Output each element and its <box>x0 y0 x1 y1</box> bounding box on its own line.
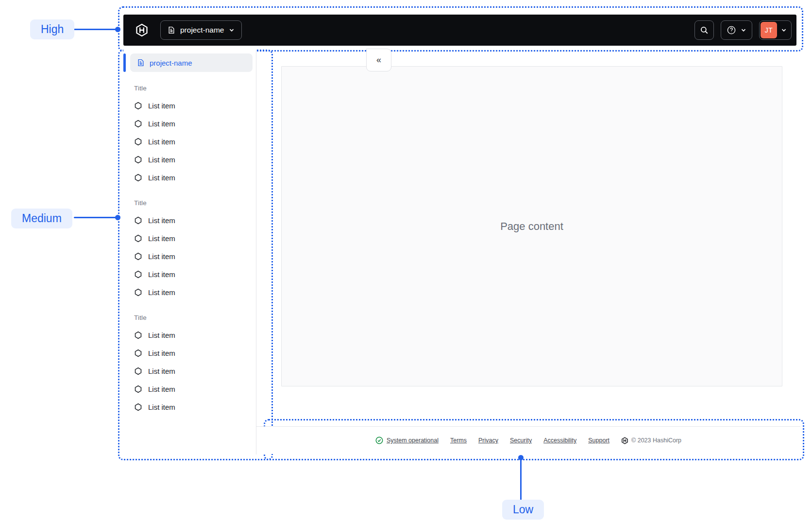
hashicorp-logo-icon <box>621 437 628 444</box>
system-status-link[interactable]: System operational <box>375 437 439 444</box>
sidebar-list-item[interactable]: List item <box>123 97 253 115</box>
sidebar-section-title: Title <box>134 314 253 321</box>
hexagon-icon <box>134 102 142 110</box>
sidebar-collapse-button[interactable]: « <box>366 49 391 71</box>
hexagon-icon <box>134 403 142 411</box>
document-icon <box>168 26 175 34</box>
footer: System operational Terms Privacy Securit… <box>256 426 800 454</box>
sidebar-section-list: List item List item List item List item … <box>123 211 253 301</box>
sidebar-item-label: List item <box>148 349 175 357</box>
hexagon-icon <box>134 234 142 243</box>
hexagon-icon <box>134 216 142 225</box>
sidebar-list-item[interactable]: List item <box>123 151 253 169</box>
footer-link-privacy[interactable]: Privacy <box>478 437 498 444</box>
sidebar-list-item[interactable]: List item <box>123 380 253 398</box>
project-switcher-label: project-name <box>180 26 224 35</box>
search-button[interactable] <box>694 20 714 40</box>
sidebar-item-label: List item <box>148 403 175 411</box>
sidebar-nav: Title List item List item List item List… <box>123 72 253 416</box>
sidebar: project-name « Title List item List item… <box>123 50 256 454</box>
sidebar-item-label: List item <box>148 270 175 279</box>
search-icon <box>700 26 709 35</box>
hexagon-icon <box>134 138 142 146</box>
user-avatar: JT <box>761 22 777 38</box>
copyright-text: © 2023 HashiCorp <box>631 437 681 444</box>
sidebar-item-label: List item <box>148 156 175 164</box>
sidebar-project-header[interactable]: project-name <box>130 53 253 72</box>
annotation-label-medium: Medium <box>11 209 72 228</box>
sidebar-list-item[interactable]: List item <box>123 229 253 247</box>
sidebar-list-item[interactable]: List item <box>123 283 253 301</box>
annotation-line-medium <box>74 217 116 218</box>
top-navbar: project-name JT <box>123 15 796 46</box>
sidebar-item-label: List item <box>148 252 175 261</box>
sidebar-item-label: List item <box>148 138 175 146</box>
sidebar-item-label: List item <box>148 331 175 339</box>
sidebar-list-item[interactable]: List item <box>123 362 253 380</box>
sidebar-item-label: List item <box>148 367 175 375</box>
annotation-dot-medium <box>115 215 120 220</box>
sidebar-item-label: List item <box>148 385 175 393</box>
sidebar-item-label: List item <box>148 174 175 182</box>
user-menu-button[interactable]: JT <box>759 20 792 40</box>
collapse-icon: « <box>376 55 381 65</box>
chevron-down-icon <box>229 27 235 33</box>
hexagon-icon <box>134 385 142 393</box>
annotation-label-low: Low <box>502 500 544 520</box>
hexagon-icon <box>134 270 142 279</box>
sidebar-item-label: List item <box>148 234 175 243</box>
sidebar-list-item[interactable]: List item <box>123 169 253 187</box>
document-icon <box>137 59 145 67</box>
hexagon-icon <box>134 349 142 357</box>
footer-link-terms[interactable]: Terms <box>450 437 467 444</box>
chevron-down-icon <box>741 27 746 33</box>
project-switcher-button[interactable]: project-name <box>160 20 242 40</box>
sidebar-project-label: project-name <box>150 59 192 67</box>
annotation-dot-low <box>518 455 524 460</box>
sidebar-list-item[interactable]: List item <box>123 115 253 133</box>
annotation-line-low <box>520 460 522 501</box>
hexagon-icon <box>134 174 142 182</box>
help-icon <box>727 25 736 35</box>
sidebar-item-label: List item <box>148 102 175 110</box>
copyright: © 2023 HashiCorp <box>621 437 681 444</box>
sidebar-list-item[interactable]: List item <box>123 133 253 151</box>
status-ok-icon <box>375 437 383 444</box>
chevron-down-icon <box>781 27 787 33</box>
page-content-area: Page content <box>281 66 782 386</box>
hexagon-icon <box>134 120 142 128</box>
page-content-placeholder: Page content <box>500 220 563 233</box>
sidebar-list-item[interactable]: List item <box>123 265 253 283</box>
annotation-line-high <box>74 29 116 30</box>
sidebar-section: Title List item List item List item List… <box>123 199 253 301</box>
annotation-dot-high <box>115 27 120 32</box>
hashicorp-logo-icon <box>135 23 149 37</box>
navbar-right-cluster: JT <box>694 20 792 40</box>
sidebar-section-title: Title <box>134 85 253 92</box>
hexagon-icon <box>134 252 142 261</box>
footer-link-security[interactable]: Security <box>510 437 532 444</box>
active-indicator-bar <box>123 53 126 72</box>
sidebar-section: Title List item List item List item List… <box>123 314 253 416</box>
sidebar-section-list: List item List item List item List item … <box>123 97 253 187</box>
footer-link-support[interactable]: Support <box>588 437 609 444</box>
hexagon-icon <box>134 156 142 164</box>
sidebar-section: Title List item List item List item List… <box>123 85 253 187</box>
sidebar-list-item[interactable]: List item <box>123 211 253 229</box>
sidebar-list-item[interactable]: List item <box>123 344 253 362</box>
help-menu-button[interactable] <box>721 20 752 40</box>
sidebar-section-title: Title <box>134 199 253 207</box>
hexagon-icon <box>134 288 142 297</box>
sidebar-item-label: List item <box>148 288 175 297</box>
hexagon-icon <box>134 331 142 339</box>
footer-link-accessibility[interactable]: Accessibility <box>543 437 576 444</box>
sidebar-item-label: List item <box>148 120 175 128</box>
sidebar-list-item[interactable]: List item <box>123 398 253 416</box>
sidebar-section-list: List item List item List item List item … <box>123 326 253 416</box>
sidebar-list-item[interactable]: List item <box>123 247 253 265</box>
sidebar-item-label: List item <box>148 216 175 225</box>
hexagon-icon <box>134 367 142 375</box>
system-status-label: System operational <box>387 437 439 444</box>
annotation-label-high: High <box>30 19 74 39</box>
sidebar-list-item[interactable]: List item <box>123 326 253 344</box>
